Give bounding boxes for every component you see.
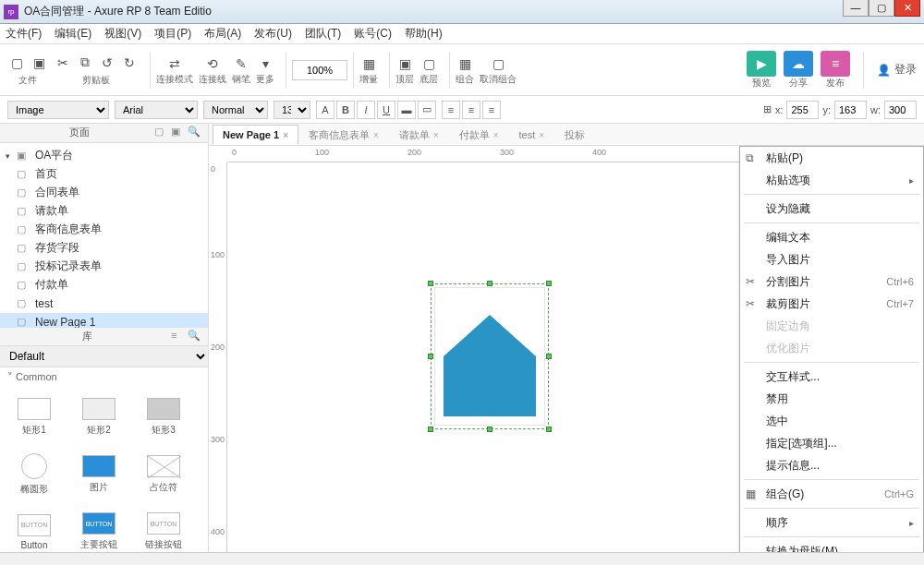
tab[interactable]: test×: [509, 125, 555, 145]
weight-select[interactable]: Normal: [203, 101, 268, 119]
context-menu-item[interactable]: 粘贴选项▸: [740, 169, 923, 191]
close-icon[interactable]: ×: [283, 130, 288, 140]
bold-button[interactable]: B: [336, 101, 355, 119]
undo-icon[interactable]: ↺: [98, 54, 116, 72]
redo-icon[interactable]: ↻: [120, 54, 139, 72]
ungroup-icon[interactable]: ▢: [489, 54, 507, 73]
border-button[interactable]: ▭: [418, 101, 436, 119]
file-icon[interactable]: ▢: [7, 54, 26, 72]
file-icon[interactable]: ▣: [30, 54, 48, 72]
context-menu-item[interactable]: 设为隐藏: [740, 198, 923, 220]
selected-image-widget[interactable]: [434, 287, 545, 426]
lib-search-icon[interactable]: 🔍: [188, 330, 202, 344]
copy-icon[interactable]: ⧉: [76, 54, 94, 72]
maximize-button[interactable]: ▢: [869, 0, 894, 17]
close-button[interactable]: ✕: [894, 0, 920, 17]
tree-item[interactable]: ▢test: [0, 295, 208, 313]
group-icon[interactable]: ▦: [456, 54, 474, 73]
add-folder-icon[interactable]: ▣: [171, 126, 186, 140]
menu-layout[interactable]: 布局(A): [204, 26, 241, 42]
tree-item[interactable]: ▢投标记录表单: [0, 258, 208, 276]
lib-image[interactable]: 图片: [68, 448, 129, 501]
connector-icon[interactable]: ⟲: [203, 54, 222, 73]
context-menu-item[interactable]: ✂分割图片Ctrl+6: [740, 270, 923, 293]
context-menu-item[interactable]: 交互样式...: [740, 366, 923, 388]
publish-button[interactable]: ≡: [821, 51, 850, 77]
menu-edit[interactable]: 编辑(E): [55, 26, 91, 42]
tree-item-selected[interactable]: ▢New Page 1: [0, 313, 208, 328]
lib-rect2[interactable]: 矩形2: [68, 391, 129, 444]
context-menu-item[interactable]: 禁用: [740, 388, 923, 410]
zoom-input[interactable]: [292, 60, 347, 80]
menu-account[interactable]: 账号(C): [354, 26, 392, 42]
context-menu-item[interactable]: 选中: [740, 410, 923, 432]
lib-ellipse[interactable]: 椭圆形: [4, 448, 65, 501]
align-right-button[interactable]: ≡: [482, 101, 501, 119]
add-page-icon[interactable]: ▢: [154, 126, 169, 140]
context-menu-item[interactable]: 编辑文本: [740, 226, 923, 248]
tree-item[interactable]: ▢合同表单: [0, 184, 208, 202]
color-button[interactable]: A: [316, 101, 334, 119]
lib-button[interactable]: BUTTONButton: [4, 505, 65, 552]
menu-file[interactable]: 文件(F): [6, 26, 42, 42]
increment-icon[interactable]: ▦: [359, 54, 378, 73]
tree-item[interactable]: ▢请款单: [0, 202, 208, 221]
lib-menu-icon[interactable]: ≡: [171, 330, 186, 344]
tree-item[interactable]: ▢首页: [0, 165, 208, 184]
tab[interactable]: 客商信息表单×: [298, 125, 389, 145]
more-icon[interactable]: ▾: [256, 54, 274, 73]
lib-rect3[interactable]: 矩形3: [133, 391, 194, 444]
context-menu-item[interactable]: ⧉粘贴(P): [740, 147, 923, 169]
widget-type-select[interactable]: Image: [7, 101, 109, 119]
menu-project[interactable]: 项目(P): [154, 26, 191, 42]
align-left-button[interactable]: ≡: [442, 101, 460, 119]
lib-primary-button[interactable]: BUTTON主要按钮: [68, 505, 129, 552]
connect-mode-icon[interactable]: ⇄: [165, 54, 184, 73]
left-panel: 页面 ▢ ▣ 🔍 ▾▣OA平台 ▢首页 ▢合同表单 ▢请款单 ▢客商信息表单 ▢…: [0, 124, 209, 552]
tree-item[interactable]: ▢客商信息表单: [0, 221, 208, 239]
w-input[interactable]: [884, 101, 917, 119]
x-input[interactable]: [786, 101, 819, 119]
tree-root[interactable]: ▾▣OA平台: [0, 147, 208, 165]
search-icon[interactable]: 🔍: [188, 126, 202, 140]
login-button[interactable]: 👤登录: [877, 62, 917, 78]
tab-active[interactable]: New Page 1×: [213, 125, 298, 145]
context-menu-item[interactable]: 顺序▸: [740, 511, 923, 534]
menu-help[interactable]: 帮助(H): [405, 26, 443, 42]
library-select[interactable]: Default: [0, 346, 208, 367]
tree-item[interactable]: ▢存货字段: [0, 239, 208, 258]
cut-icon[interactable]: ✂: [54, 54, 72, 72]
context-menu-item[interactable]: ✂裁剪图片Ctrl+7: [740, 293, 923, 315]
menu-team[interactable]: 团队(T): [305, 26, 341, 42]
underline-button[interactable]: U: [377, 101, 395, 119]
pen-icon[interactable]: ✎: [232, 54, 250, 73]
context-menu-item[interactable]: 转换为母版(M): [740, 540, 923, 552]
menu-view[interactable]: 视图(V): [104, 26, 141, 42]
tab[interactable]: 付款单×: [449, 125, 509, 145]
font-select[interactable]: Arial: [115, 101, 198, 119]
lib-rect1[interactable]: 矩形1: [4, 391, 65, 444]
context-menu-item[interactable]: ▦组合(G)Ctrl+G: [740, 483, 923, 505]
preview-button[interactable]: ▶: [747, 51, 776, 77]
y-input[interactable]: [834, 101, 867, 119]
context-menu-item[interactable]: 导入图片: [740, 248, 923, 270]
context-menu-item[interactable]: 提示信息...: [740, 454, 923, 476]
lib-link-button[interactable]: BUTTON链接按钮: [133, 505, 194, 552]
italic-button[interactable]: I: [357, 101, 375, 119]
tree-item[interactable]: ▢付款单: [0, 276, 208, 295]
window-title: OA合同管理 - Axure RP 8 Team Editio: [24, 4, 920, 19]
share-button[interactable]: ☁: [784, 51, 813, 77]
lib-placeholder[interactable]: 占位符: [133, 448, 194, 501]
lib-section[interactable]: ˅ Common: [0, 367, 208, 387]
fill-button[interactable]: ▬: [397, 101, 416, 119]
back-icon[interactable]: ▢: [419, 54, 438, 73]
align-center-button[interactable]: ≡: [462, 101, 480, 119]
ruler-icon[interactable]: ⊞: [763, 103, 772, 115]
tab[interactable]: 请款单×: [389, 125, 449, 145]
minimize-button[interactable]: —: [843, 0, 869, 17]
menu-publish[interactable]: 发布(U): [254, 26, 292, 42]
size-select[interactable]: 13: [274, 101, 310, 119]
context-menu-item[interactable]: 指定[选项组]...: [740, 432, 923, 454]
tab[interactable]: 投标: [554, 125, 595, 145]
front-icon[interactable]: ▣: [395, 54, 414, 73]
